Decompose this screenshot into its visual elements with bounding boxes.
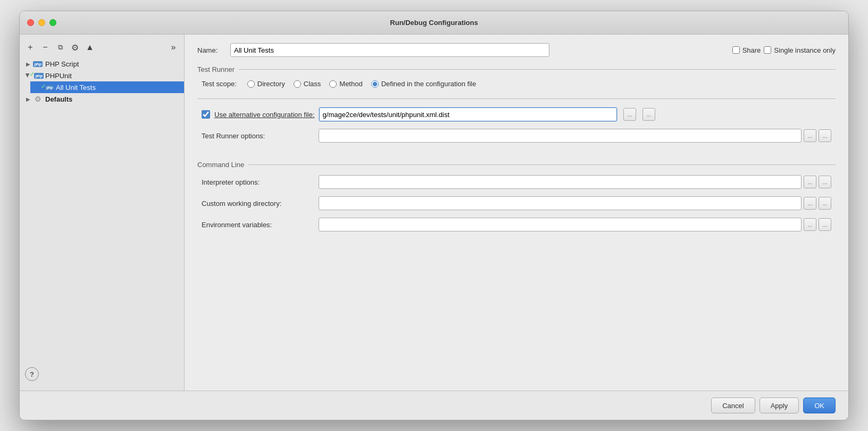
move-up-button[interactable]: ▲ [84,41,96,54]
sidebar-item-defaults[interactable]: ▶ ⚙ Defaults [20,93,184,105]
help-icon: ? [30,370,34,378]
env-variables-label: Environment variables: [202,221,319,229]
apply-button[interactable]: Apply [760,397,799,413]
runner-options-btn2[interactable]: ... [819,129,831,142]
sidebar-item-label-all-unit-tests: All Unit Tests [56,84,96,92]
env-var-btn2[interactable]: ... [819,218,831,231]
interp-icon-2: ... [823,179,827,185]
dialog-footer: Cancel Apply OK [20,391,848,420]
env-variables-input[interactable] [319,218,802,231]
name-label: Name: [197,46,224,54]
working-dir-btn2[interactable]: ... [819,197,831,210]
interpreter-options-row: Interpreter options: ... ... [197,175,836,189]
radio-item-directory: Directory [247,80,285,88]
command-line-title: Command Line [197,161,244,169]
envvar-icon-2: ... [823,222,827,228]
runner-options-input[interactable] [319,129,802,143]
share-checkbox[interactable] [732,46,740,54]
radio-class[interactable] [294,80,301,88]
sidebar: + − ⧉ ⚙ ▲ » [20,35,185,391]
name-row: Name: Share Single instance only [197,43,836,57]
interp-icon-1: ... [808,179,812,185]
settings-config-button[interactable]: ⚙ [69,41,81,54]
radio-label-directory[interactable]: Directory [257,80,285,88]
maximize-button[interactable] [49,19,56,26]
help-button[interactable]: ? [25,367,39,381]
minimize-button[interactable] [38,19,45,26]
expand-arrow-php-script: ▶ [24,60,32,68]
sidebar-item-php-script[interactable]: ▶ php PHP Script [20,58,184,70]
remove-config-button[interactable]: − [39,41,52,54]
test-runner-title: Test Runner [197,65,235,73]
sidebar-item-label-defaults: Defaults [45,95,72,103]
radio-config-file[interactable] [371,80,379,88]
dialog-title: Run/Debug Configurations [390,19,478,27]
all-unit-tests-icon: ✓ php [43,83,54,92]
env-variables-row: Environment variables: ... ... [197,218,836,231]
radio-label-class[interactable]: Class [304,80,321,88]
more-options-button[interactable]: » [167,41,180,54]
phpunit-icon: ✓ php [32,71,43,80]
copy-icon: ⧉ [58,43,63,52]
sidebar-item-label-php-script: PHP Script [45,60,79,68]
command-line-section: Command Line Interpreter options: ... ..… [197,161,836,239]
runner-options-label: Test Runner options: [202,132,319,140]
copy-config-button[interactable]: ⧉ [54,41,66,54]
workdir-icon-2: ... [823,201,827,206]
alt-config-row: Use alternative configuration file: ... … [197,107,836,121]
sidebar-toolbar: + − ⧉ ⚙ ▲ » [20,39,184,58]
radio-item-method: Method [329,80,362,88]
settings-icon: ⚙ [71,43,79,53]
runner-options-btn1[interactable]: ... [804,129,816,142]
alt-config-checkbox[interactable] [202,110,210,119]
runner-options-icon-2: ... [823,133,827,139]
interpreter-options-btn1[interactable]: ... [804,176,816,188]
section-divider [239,69,836,70]
more-icon: » [171,43,176,52]
close-button[interactable] [27,19,34,26]
phpunit-children: ✓ php All Unit Tests [20,81,184,93]
radio-directory[interactable] [247,80,255,88]
working-directory-label: Custom working directory: [202,200,319,208]
test-runner-separator [197,98,836,99]
command-line-section-header: Command Line [197,161,836,169]
working-dir-btn1[interactable]: ... [804,197,816,210]
single-instance-checkbox[interactable] [764,46,771,54]
ok-button[interactable]: OK [803,397,836,413]
expand-arrow-defaults: ▶ [24,95,32,103]
cancel-button[interactable]: Cancel [711,397,755,413]
test-runner-section: Test Runner Test scope: Directory Class [197,65,836,150]
radio-item-class: Class [294,80,321,88]
interpreter-options-input[interactable] [319,175,802,189]
main-content: Name: Share Single instance only Test [185,35,848,391]
sidebar-footer: ? [20,362,184,386]
sidebar-item-all-unit-tests[interactable]: ✓ php All Unit Tests [30,81,184,93]
share-label: Share [742,46,761,54]
radio-label-method[interactable]: Method [339,80,362,88]
alt-config-browse-btn1[interactable]: ... [623,108,636,121]
alt-config-input[interactable] [319,107,617,121]
interpreter-options-btn2[interactable]: ... [819,176,831,188]
working-directory-row: Custom working directory: ... ... [197,196,836,210]
alt-config-browse-btn2[interactable]: ... [642,108,655,121]
envvar-icon-1: ... [808,222,812,228]
sidebar-item-phpunit[interactable]: ▶ ✓ php PHPUnit [20,70,184,81]
sidebar-item-label-phpunit: PHPUnit [45,72,72,80]
name-input[interactable] [230,43,549,57]
defaults-icon: ⚙ [32,95,43,103]
add-config-button[interactable]: + [24,41,37,54]
radio-label-config-file[interactable]: Defined in the configuration file [381,80,477,88]
working-directory-input[interactable] [319,196,802,210]
share-area: Share Single instance only [732,46,836,54]
radio-method[interactable] [329,80,337,88]
runner-options-row: Test Runner options: ... ... [197,129,836,143]
interpreter-options-label: Interpreter options: [202,178,319,186]
runner-options-icon-1: ... [808,133,812,139]
alt-config-label[interactable]: Use alternative configuration file: [214,111,315,119]
test-scope-label: Test scope: [202,80,237,88]
test-runner-section-header: Test Runner [197,65,836,73]
title-bar: Run/Debug Configurations [20,11,848,35]
radio-item-config-file: Defined in the configuration file [371,80,477,88]
browse-icon-2: ... [646,112,650,118]
env-var-btn1[interactable]: ... [804,218,816,231]
